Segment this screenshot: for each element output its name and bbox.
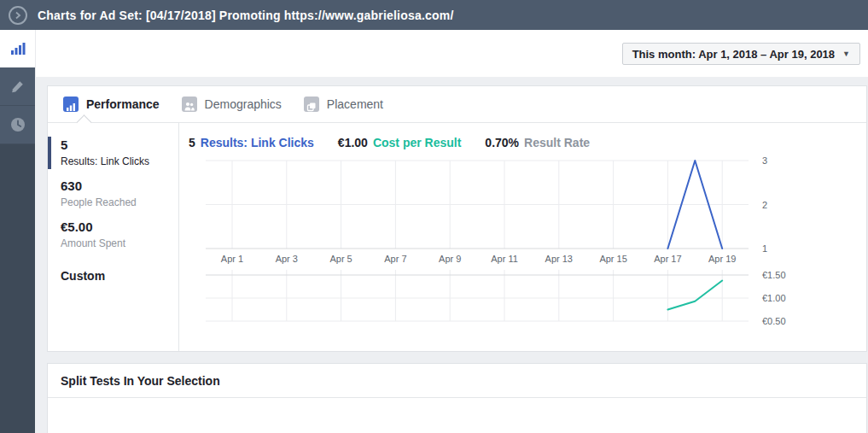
- svg-text:Apr 17: Apr 17: [654, 254, 681, 264]
- svg-text:Apr 5: Apr 5: [329, 254, 352, 264]
- people-icon: [182, 97, 197, 112]
- metric-label: Amount Spent: [61, 237, 178, 249]
- svg-text:€1.00: €1.00: [762, 293, 786, 303]
- tab-performance[interactable]: Performance: [63, 97, 160, 112]
- bar-chart-icon: [63, 97, 79, 112]
- svg-text:Apr 9: Apr 9: [439, 254, 461, 264]
- svg-text:€1.50: €1.50: [762, 270, 786, 280]
- metric-value: 630: [61, 178, 178, 193]
- svg-text:3: 3: [762, 155, 767, 166]
- performance-panel: 5 Results: Link Clicks 630 People Reache…: [48, 123, 866, 351]
- metric-selector-column: 5 Results: Link Clicks 630 People Reache…: [48, 123, 179, 351]
- svg-text:Apr 19: Apr 19: [708, 254, 736, 264]
- svg-text:Apr 3: Apr 3: [276, 254, 298, 264]
- svg-text:Apr 15: Apr 15: [599, 254, 626, 264]
- split-tests-body: [48, 398, 866, 433]
- bar-chart-icon: [10, 42, 26, 56]
- custom-metrics-link[interactable]: Custom: [61, 269, 178, 283]
- charts-card: Performance Demographics Placement: [47, 85, 867, 352]
- chart-legend: 5 Results: Link Clicks €1.00 Cost per Re…: [189, 136, 866, 149]
- date-range-selector[interactable]: This month: Apr 1, 2018 – Apr 19, 2018 ▼: [622, 43, 860, 65]
- metric-results[interactable]: 5 Results: Link Clicks: [61, 138, 178, 167]
- date-range-label: This month: Apr 1, 2018 – Apr 19, 2018: [632, 48, 835, 61]
- app-header: Charts for Ad Set: [04/17/2018] Promotin…: [0, 0, 868, 30]
- tab-demographics[interactable]: Demographics: [182, 97, 282, 112]
- caret-down-icon: ▼: [842, 50, 850, 58]
- chart-tabs: Performance Demographics Placement: [48, 86, 866, 123]
- pencil-icon: [10, 79, 25, 94]
- metric-amount-spent[interactable]: €5.00 Amount Spent: [61, 219, 178, 249]
- sidebar-item-history[interactable]: [0, 106, 35, 144]
- svg-text:Apr 1: Apr 1: [221, 254, 243, 264]
- split-tests-card: Split Tests In Your Selection: [47, 363, 867, 433]
- tab-label: Placement: [327, 97, 383, 111]
- svg-text:Apr 11: Apr 11: [491, 254, 518, 264]
- chart-area: 5 Results: Link Clicks €1.00 Cost per Re…: [179, 123, 866, 351]
- svg-text:2: 2: [762, 200, 767, 210]
- legend-results: 5 Results: Link Clicks: [189, 136, 314, 149]
- svg-text:Apr 13: Apr 13: [545, 254, 573, 264]
- tab-label: Performance: [86, 97, 160, 111]
- svg-text:€0.50: €0.50: [762, 316, 786, 326]
- tab-label: Demographics: [205, 97, 282, 111]
- tab-placement[interactable]: Placement: [304, 97, 383, 112]
- sidebar-item-edit[interactable]: [0, 67, 35, 106]
- toolbar: This month: Apr 1, 2018 – Apr 19, 2018 ▼: [35, 30, 868, 77]
- page-title: Charts for Ad Set: [04/17/2018] Promotin…: [38, 9, 454, 22]
- metric-label: Results: Link Clicks: [61, 155, 178, 167]
- metric-label: People Reached: [61, 196, 178, 208]
- chevron-right-icon: [14, 11, 22, 20]
- legend-result-rate: 0.70% Result Rate: [485, 136, 590, 149]
- legend-cost-per-result: €1.00 Cost per Result: [338, 136, 462, 149]
- metric-value: €5.00: [61, 219, 178, 234]
- performance-line-chart: 123€0.50€1.00€1.50Apr 1Apr 3Apr 5Apr 7Ap…: [189, 149, 786, 331]
- clock-icon: [10, 117, 26, 132]
- placement-icon: [304, 97, 319, 112]
- svg-text:Apr 7: Apr 7: [384, 254, 406, 264]
- svg-text:1: 1: [762, 243, 767, 254]
- left-sidebar: [0, 30, 35, 433]
- metric-value: 5: [61, 138, 178, 152]
- sidebar-item-charts[interactable]: [0, 30, 35, 67]
- metric-people-reached[interactable]: 630 People Reached: [61, 178, 178, 208]
- split-tests-title: Split Tests In Your Selection: [48, 364, 866, 398]
- collapse-chevron-button[interactable]: [9, 6, 27, 25]
